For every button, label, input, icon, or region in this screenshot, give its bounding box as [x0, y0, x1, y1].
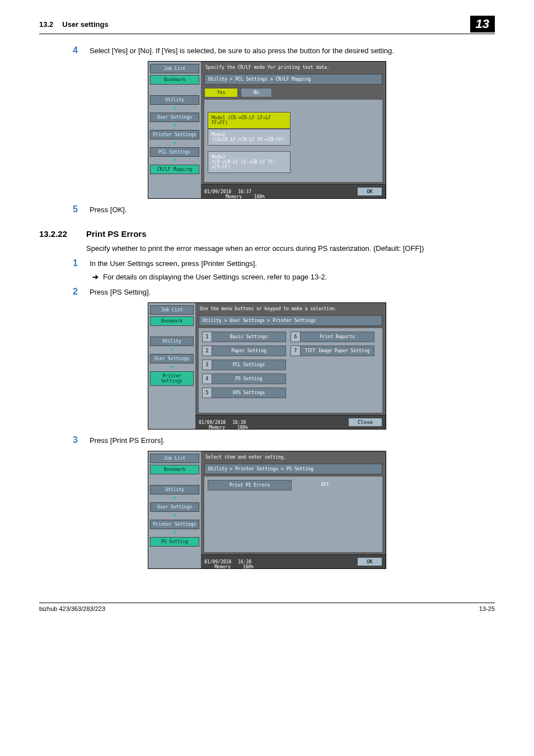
side-panel: Job List Bookmark Utility ▼ User Setting…	[148, 303, 195, 429]
down-arrow-icon: ▼	[150, 105, 199, 111]
menu-num-5: 5	[202, 388, 212, 398]
step-number: 2	[73, 287, 90, 297]
menu-num-2: 2	[202, 346, 212, 356]
status-time: 16:37	[238, 189, 251, 194]
pcl-settings-button[interactable]: PCL Settings	[150, 147, 199, 157]
breadcrumb: Utility > User Settings > Printer Settin…	[199, 315, 382, 326]
job-list-button[interactable]: Job List	[150, 64, 199, 73]
section-title: User settings	[62, 20, 108, 29]
instruction-text: Specify the CR/LF mode for printing text…	[201, 62, 386, 74]
status-bar: 01/09/2010 16:38 Memory 100% OK	[201, 554, 386, 568]
status-date: 01/09/2010	[199, 420, 226, 425]
printer-settings-button[interactable]: Printer Settings	[150, 520, 199, 529]
main-panel: Select item and enter setting. Utility >…	[201, 451, 386, 568]
options-area: Mode1 (CR->CR-LF LF=LF FF=FF) Mode2 (CR=…	[204, 100, 382, 182]
basic-settings-button[interactable]: Basic Settings	[212, 332, 286, 342]
screenshot-printer-settings: Job List Bookmark Utility ▼ User Setting…	[148, 302, 386, 430]
ok-button[interactable]: OK	[357, 187, 382, 196]
main-panel: Use the menu buttons or keypad to make a…	[195, 303, 386, 429]
step-number: 1	[73, 258, 90, 268]
section-number: 13.2.22	[39, 229, 86, 239]
menu-num-7: 7	[291, 346, 301, 356]
status-memory-label: Memory	[226, 194, 242, 199]
main-panel: Specify the CR/LF mode for printing text…	[201, 62, 386, 198]
mode3-option[interactable]: Mode3 (CR->CR-LF LF->CR-LF FF->CR-FF)	[208, 151, 291, 173]
user-settings-button[interactable]: User Settings	[150, 502, 199, 512]
step-text: Press [Print PS Errors].	[90, 435, 165, 445]
user-settings-button[interactable]: User Settings	[150, 354, 194, 363]
status-memory-label: Memory	[209, 425, 225, 430]
utility-button[interactable]: Utility	[150, 337, 194, 346]
close-button[interactable]: Close	[348, 418, 382, 427]
bookmark-button[interactable]: Bookmark	[150, 465, 199, 474]
status-memory-label: Memory	[214, 564, 231, 570]
paper-setting-button[interactable]: Paper Setting	[212, 346, 286, 356]
page-number: 13-25	[479, 605, 495, 612]
down-arrow-icon: ▼	[150, 495, 199, 501]
breadcrumb: Utility > PCL Settings > CR/LF Mapping	[204, 74, 382, 85]
mode1-option[interactable]: Mode1 (CR->CR-LF LF=LF FF=FF)	[208, 112, 291, 129]
step-5: 5 Press [OK].	[73, 204, 495, 214]
product-name: bizhub 423/363/283/223	[39, 605, 105, 612]
step-text: Select [Yes] or [No]. If [Yes] is select…	[90, 45, 394, 55]
side-panel: Job List Bookmark Utility ▼ User Setting…	[148, 62, 201, 198]
chapter-number: 13	[470, 16, 495, 32]
screenshot-crlf-mapping: Job List Bookmark Utility ▼ User Setting…	[148, 61, 386, 199]
mode2-option[interactable]: Mode2 (CR=CR LF->CR-LF FF->CR-FF)	[208, 129, 291, 146]
section-13-2-22-heading: 13.2.22 Print PS Errors	[39, 229, 495, 239]
ps-setting-button[interactable]: PS Setting	[150, 537, 199, 547]
bookmark-button[interactable]: Bookmark	[150, 316, 194, 326]
utility-button[interactable]: Utility	[150, 95, 199, 105]
step-text: In the User Settings screen, press [Prin…	[90, 258, 257, 268]
menu-area: 1Basic Settings 2Paper Setting 3PCL Sett…	[199, 328, 382, 413]
down-arrow-icon: ▼	[150, 512, 199, 518]
crlf-mapping-button[interactable]: CR/LF Mapping	[150, 165, 199, 174]
page-footer: bizhub 423/363/283/223 13-25	[39, 603, 495, 612]
menu-num-6: 6	[291, 332, 301, 342]
page-header: 13.2 User settings 13	[39, 16, 495, 34]
tiff-image-paper-setting-button[interactable]: TIFF Image Paper Setting	[301, 346, 374, 356]
menu-num-1: 1	[202, 332, 212, 342]
status-time: 16:38	[238, 559, 251, 564]
instruction-text: Select item and enter setting.	[201, 451, 386, 464]
down-arrow-icon: ▼	[150, 140, 199, 146]
status-memory-pct: 100%	[254, 194, 265, 199]
print-ps-errors-value: OFF	[292, 480, 359, 491]
instruction-text: Use the menu buttons or keypad to make a…	[195, 303, 386, 315]
breadcrumb: Utility > Printer Settings > PS Setting	[204, 464, 382, 474]
status-bar: 01/09/2010 16:37 Memory 100% OK	[201, 184, 386, 198]
job-list-button[interactable]: Job List	[150, 454, 199, 463]
step-text: Press [OK].	[90, 204, 127, 214]
pcl-settings-button[interactable]: PCL Settings	[212, 360, 286, 370]
print-ps-errors-button[interactable]: Print PS Errors	[208, 480, 292, 491]
step-number: 3	[73, 435, 90, 445]
user-settings-button[interactable]: User Settings	[150, 113, 199, 122]
step-1: 1 In the User Settings screen, press [Pr…	[73, 258, 495, 268]
step-3: 3 Press [Print PS Errors].	[73, 435, 495, 445]
no-tab[interactable]: No	[241, 88, 272, 97]
menu-num-4: 4	[202, 374, 212, 384]
section-description: Specify whether to print the error messa…	[86, 244, 495, 253]
ok-button[interactable]: OK	[357, 557, 382, 566]
down-arrow-icon: ▼	[150, 364, 194, 370]
printer-settings-button[interactable]: Printer Settings	[150, 371, 194, 386]
down-arrow-icon: ▼	[150, 157, 199, 163]
status-bar: 01/09/2010 16:38 Memory 100% Close	[195, 415, 386, 429]
bookmark-button[interactable]: Bookmark	[150, 75, 199, 85]
down-arrow-icon: ▼	[150, 530, 199, 535]
setting-area: Print PS Errors OFF	[204, 477, 382, 552]
step-2: 2 Press [PS Setting].	[73, 287, 495, 297]
yes-tab[interactable]: Yes	[204, 88, 238, 97]
printer-settings-button[interactable]: Printer Settings	[150, 130, 199, 139]
step-number: 5	[73, 204, 90, 214]
job-list-button[interactable]: Job List	[150, 305, 194, 315]
status-time: 16:38	[232, 420, 246, 425]
xps-settings-button[interactable]: XPS Settings	[212, 388, 286, 398]
down-arrow-icon: ▼	[150, 347, 194, 352]
ps-setting-button[interactable]: PS Setting	[212, 374, 286, 384]
print-reports-button[interactable]: Print Reports	[301, 332, 374, 342]
utility-button[interactable]: Utility	[150, 485, 199, 494]
down-arrow-icon: ▼	[150, 123, 199, 128]
status-memory-pct: 100%	[237, 425, 248, 430]
sub-text: For details on displaying the User Setti…	[103, 273, 327, 281]
